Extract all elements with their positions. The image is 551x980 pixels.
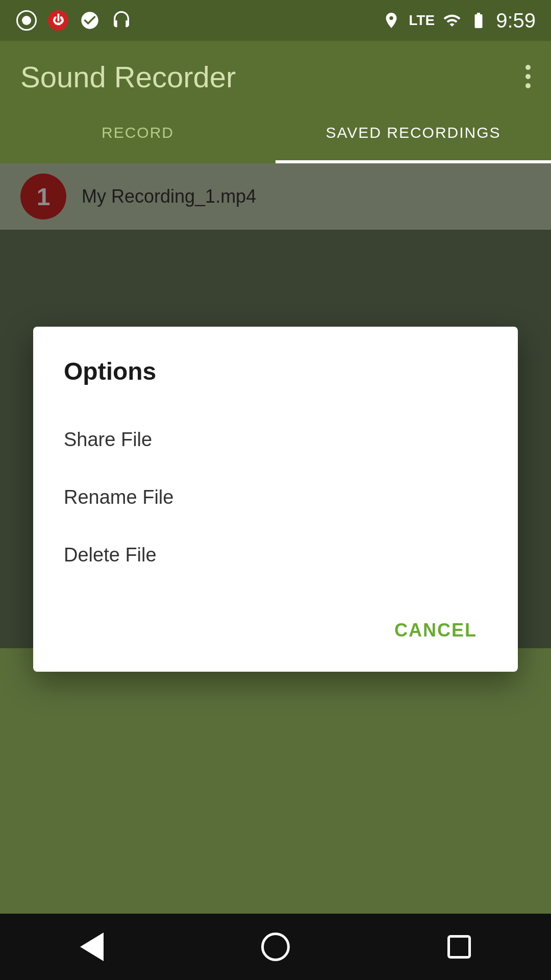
dialog-actions: CANCEL: [64, 615, 487, 646]
status-icons-left: ⏻: [15, 9, 133, 32]
app-header: Sound Recorder: [0, 41, 551, 112]
app-title: Sound Recorder: [20, 60, 236, 94]
cancel-button[interactable]: CANCEL: [384, 615, 487, 646]
content-area: 1 My Recording_1.mp4 Options Share File …: [0, 163, 551, 648]
navigation-bar: [0, 914, 551, 980]
back-icon: [80, 933, 104, 961]
rename-file-option[interactable]: Rename File: [64, 469, 487, 526]
record-status-icon: [15, 9, 38, 32]
tab-record-label: RECORD: [102, 124, 174, 152]
share-file-option[interactable]: Share File: [64, 411, 487, 469]
location-icon: [382, 11, 400, 30]
lte-indicator: LTE: [409, 12, 435, 29]
delete-file-option[interactable]: Delete File: [64, 526, 487, 584]
more-options-button[interactable]: [525, 65, 531, 88]
status-bar: ⏻ LTE 9:59: [0, 0, 551, 41]
tabs-bar: RECORD SAVED RECORDINGS: [0, 112, 551, 163]
robot-status-icon: [79, 9, 101, 32]
status-time: 9:59: [496, 9, 536, 32]
home-icon: [261, 933, 290, 961]
home-button[interactable]: [255, 926, 296, 967]
tab-record[interactable]: RECORD: [0, 112, 276, 163]
back-button[interactable]: [71, 926, 112, 967]
recent-apps-button[interactable]: [439, 926, 480, 967]
tab-saved-recordings-label: SAVED RECORDINGS: [325, 124, 500, 152]
dialog-title: Options: [64, 357, 487, 385]
tab-saved-recordings[interactable]: SAVED RECORDINGS: [276, 112, 551, 163]
headset-status-icon: [110, 9, 133, 32]
status-icons-right: LTE 9:59: [382, 9, 536, 32]
recent-apps-icon: [447, 935, 471, 959]
options-dialog: Options Share File Rename File Delete Fi…: [33, 327, 518, 672]
signal-icon: [443, 11, 461, 30]
battery-icon: [469, 11, 488, 30]
power-status-icon: ⏻: [47, 9, 69, 32]
